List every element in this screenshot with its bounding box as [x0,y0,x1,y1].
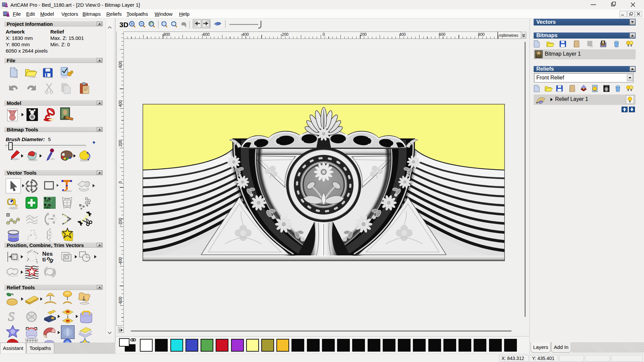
svg-text:ti: ti [42,256,46,263]
svg-text:o n a: o n a [33,250,39,255]
svg-text:c u r: c u r [36,259,39,264]
svg-text:+: + [536,100,538,105]
svg-text:S: S [8,309,14,323]
svg-text:ABC: ABC [44,199,51,202]
svg-text:v e: v e [26,258,30,262]
svg-text:ABC: ABC [44,206,51,209]
svg-text:t e x t: t e x t [26,250,33,254]
